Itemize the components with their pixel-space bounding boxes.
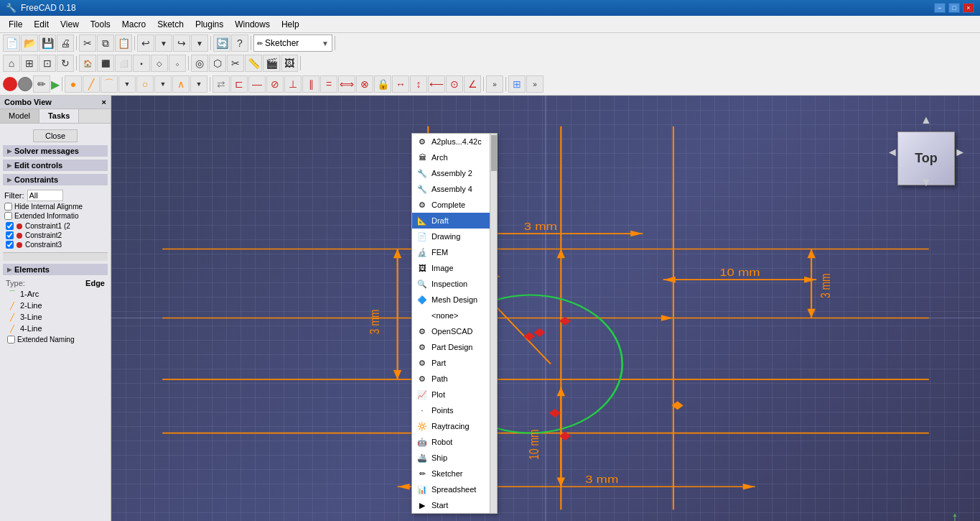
macro-record[interactable] [3,77,17,91]
dropdown-item-fem[interactable]: 🔬 FEM [412,244,490,260]
sk-view-fit[interactable]: ⊞ [508,75,526,93]
paste-button[interactable]: 📋 [115,34,132,52]
copy-button[interactable]: ⧉ [97,34,114,52]
dropdown-item-none[interactable]: <none> [412,308,490,323]
nav-arrow-up[interactable]: ▲ [920,114,932,126]
combo-view-close[interactable]: × [102,98,106,106]
sk-arc-arrow[interactable]: ▼ [118,75,136,93]
dropdown-item-sketcher[interactable]: ✏ Sketcher [412,466,490,481]
tab-model[interactable]: Model [0,109,39,123]
solver-messages-header[interactable]: ▶ Solver messages [3,145,108,157]
dropdown-item-draft[interactable]: 📐 Draft [412,213,490,229]
sk-circle[interactable]: ○ [136,75,154,93]
sk-constr2[interactable]: — [248,75,266,93]
undo-button[interactable]: ↩ [137,34,154,52]
menu-sketch[interactable]: Sketch [151,18,190,31]
view-right[interactable]: ▪ [133,55,150,72]
titlebar-controls[interactable]: − □ × [934,3,974,13]
help-button[interactable]: ? [231,34,248,52]
sk-switch[interactable]: ⇄ [213,75,230,93]
dropdown-item-a2plus[interactable]: ⚙ A2plus...4.42c [412,134,490,149]
dropdown-item-arch[interactable]: 🏛 Arch [412,149,490,165]
menu-help[interactable]: Help [276,18,305,31]
dropdown-item-part[interactable]: ⚙ Part [412,355,490,371]
dropdown-item-ship[interactable]: 🚢 Ship [412,450,490,466]
view-isometric[interactable]: ◇ [151,55,168,72]
menu-file[interactable]: File [3,18,28,31]
macro-play[interactable]: ▶ [51,78,60,91]
view-wire[interactable]: ⬡ [209,55,226,72]
sk-circle-arrow[interactable]: ▼ [154,75,172,93]
workbench-dropdown[interactable]: ✏ Sketcher ▼ [253,34,332,52]
nav-arrow-down[interactable]: ▼ [920,176,932,189]
sk-conic-arrow[interactable]: ▼ [190,75,207,93]
sk-constr3[interactable]: ⊘ [266,75,284,93]
canvas-area[interactable]: 3 mm 10 mm 3 mm 25 mm 10 mm 3 mm [111,96,980,521]
dropdown-item-assembly2[interactable]: 🔧 Assembly 2 [412,165,490,181]
sk-constr6[interactable]: = [320,75,337,93]
sk-dim-r[interactable]: ⊙ [446,75,463,93]
sk-more[interactable]: » [486,75,503,93]
extended-info-checkbox[interactable] [4,212,12,220]
edit-controls-header[interactable]: ▶ Edit controls [3,160,108,171]
view-home2[interactable]: 🏠 [79,55,96,72]
menu-macro[interactable]: Macro [116,18,151,31]
macro-edit[interactable]: ✏ [33,75,50,93]
constraint3-checkbox[interactable] [6,241,14,249]
view-fit-sel[interactable]: ⊡ [39,55,56,72]
dropdown-item-assembly4[interactable]: 🔧 Assembly 4 [412,181,490,197]
refresh-button[interactable]: 🔄 [213,34,230,52]
sk-lock[interactable]: 🔒 [374,75,391,93]
view-img[interactable]: 🖼 [281,55,298,72]
sk-constr7[interactable]: ⟺ [338,75,355,93]
menu-edit[interactable]: Edit [28,18,55,31]
sk-dim-d[interactable]: ⟵ [428,75,445,93]
dropdown-item-image[interactable]: 🖼 Image [412,260,490,276]
sk-arc[interactable]: ⌒ [101,75,118,93]
dropdown-item-inspection[interactable]: 🔍 Inspection [412,276,490,292]
dropdown-item-start[interactable]: ▶ Start [412,497,490,513]
close-button[interactable]: × [963,3,974,13]
constraints-scrollbar[interactable] [3,252,108,261]
new-button[interactable]: 📄 [3,34,20,52]
tab-tasks[interactable]: Tasks [39,109,79,123]
nav-arrow-right[interactable]: ► [954,146,966,159]
dropdown-item-complete[interactable]: ⚙ Complete [412,197,490,213]
sk-constr1[interactable]: ⊏ [230,75,248,93]
menu-windows[interactable]: Windows [229,18,276,31]
macro-stop[interactable] [18,77,32,91]
elements-header[interactable]: ▶ Elements [3,264,108,275]
view-rotate[interactable]: ↻ [57,55,74,72]
minimize-button[interactable]: − [934,3,946,13]
undo-arrow[interactable]: ▼ [155,34,172,52]
sk-constr4[interactable]: ⊥ [284,75,302,93]
sk-line[interactable]: ╱ [83,75,100,93]
sk-point[interactable]: ● [65,75,82,93]
sk-dim-h[interactable]: ↔ [392,75,409,93]
dropdown-item-mesh[interactable]: 🔷 Mesh Design [412,292,490,308]
sk-dim-angle[interactable]: ∠ [464,75,481,93]
dropdown-item-openscad[interactable]: ⚙ OpenSCAD [412,323,490,339]
maximize-button[interactable]: □ [948,3,960,13]
view-front[interactable]: ⬛ [97,55,114,72]
view-home[interactable]: ⌂ [3,55,20,72]
menu-tools[interactable]: Tools [85,18,116,31]
menu-plugins[interactable]: Plugins [190,18,229,31]
constraints-header[interactable]: ▶ Constraints [3,174,108,185]
dropdown-scrollbar[interactable] [490,134,497,513]
nav-arrow-left[interactable]: ◄ [887,146,898,159]
hide-internal-checkbox[interactable] [4,203,12,211]
dropdown-item-partdesign[interactable]: ⚙ Part Design [412,339,490,355]
view-toggle[interactable]: ◎ [191,55,208,72]
view-anim[interactable]: 🎬 [263,55,280,72]
save-button[interactable]: 💾 [39,34,56,52]
dropdown-scroll-thumb[interactable] [491,135,497,171]
dropdown-item-drawing[interactable]: 📄 Drawing [412,229,490,244]
dropdown-item-path[interactable]: ⚙ Path [412,371,490,387]
view-fit-all[interactable]: ⊞ [21,55,38,72]
menu-view[interactable]: View [55,18,85,31]
dropdown-item-points[interactable]: · Points [412,402,490,418]
sk-dim-v[interactable]: ↕ [410,75,427,93]
sk-view-more[interactable]: » [526,75,543,93]
view-measure[interactable]: 📏 [245,55,262,72]
